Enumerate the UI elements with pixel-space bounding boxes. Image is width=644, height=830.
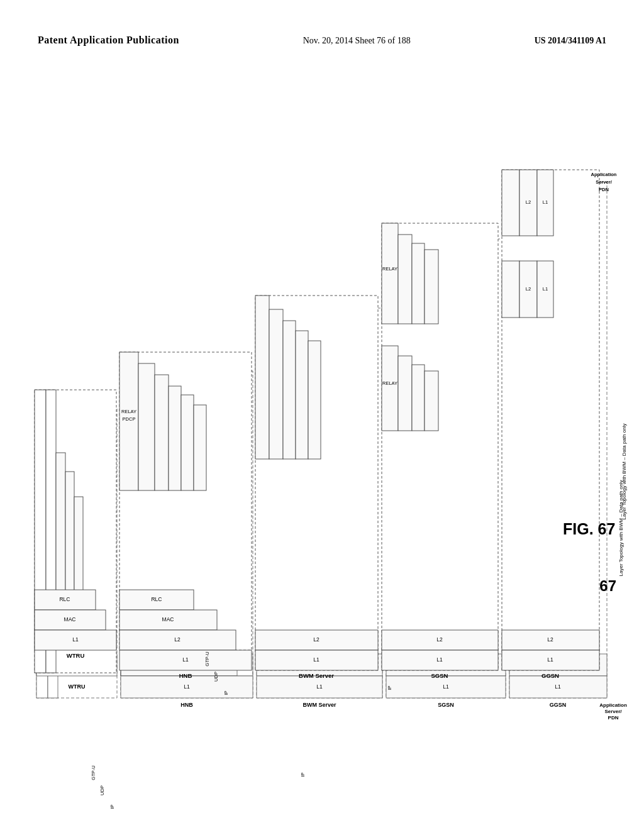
svg-rect-191 [502,261,519,318]
svg-text:L1: L1 [543,286,548,292]
svg-rect-113 [74,497,83,594]
svg-rect-171 [382,346,398,431]
svg-rect-153 [296,331,308,459]
svg-text:RLC: RLC [59,596,70,602]
svg-text:Layer Topology with BWM – Data: Layer Topology with BWM – Data path only [621,424,627,520]
svg-text:GGSN: GGSN [541,672,559,679]
main-diagram-container: .b{fill:#f9f9f9;stroke:#444;stroke-width… [25,82,638,824]
svg-rect-177 [425,371,438,431]
svg-text:GTP-U: GTP-U [204,651,210,666]
publication-number: US 2014/341109 A1 [535,36,606,46]
svg-text:L1: L1 [72,636,79,643]
svg-text:L2: L2 [526,286,531,292]
svg-text:HNB: HNB [179,672,192,679]
svg-text:Server/: Server/ [596,179,612,185]
svg-text:PDCP: PDCP [123,416,136,422]
svg-text:MAC: MAC [162,616,174,622]
svg-rect-111 [65,472,74,594]
svg-text:L2: L2 [547,636,553,643]
svg-text:GTP-U: GTP-U [91,765,96,780]
svg-rect-165 [398,235,412,324]
svg-text:BWM Server: BWM Server [299,672,334,679]
svg-rect-151 [283,321,296,459]
svg-text:L1: L1 [313,656,319,663]
svg-text:RELAY: RELAY [382,380,397,386]
svg-text:L2: L2 [526,199,531,205]
svg-text:IP: IP [300,772,306,777]
page: Patent Application Publication Nov. 20, … [0,0,644,830]
publication-date-sheet: Nov. 20, 2014 Sheet 76 of 188 [303,36,411,46]
fig67-svg: .b{fill:#f9f9f9;stroke:#444;stroke-width… [25,82,635,811]
svg-rect-167 [412,243,425,324]
svg-text:L1: L1 [543,199,548,205]
svg-text:IP: IP [387,685,392,690]
svg-text:SGSN: SGSN [431,672,448,679]
svg-text:FIG. 67: FIG. 67 [563,520,615,538]
svg-text:L2: L2 [313,636,319,643]
svg-text:L1: L1 [182,656,189,663]
svg-rect-126 [138,363,155,490]
svg-text:IP: IP [109,804,115,809]
header: Patent Application Publication Nov. 20, … [38,35,606,46]
svg-text:L2: L2 [174,636,180,643]
svg-text:WTRU: WTRU [67,652,85,659]
svg-rect-133 [181,395,194,490]
svg-text:RLC: RLC [151,596,162,602]
svg-rect-185 [502,170,519,236]
svg-text:PDN: PDN [599,187,609,192]
svg-text:Application: Application [591,172,617,177]
svg-text:L2: L2 [436,636,443,643]
svg-text:RELAY: RELAY [382,266,397,272]
svg-rect-135 [194,405,206,490]
svg-rect-155 [308,341,321,459]
publication-title: Patent Application Publication [38,35,179,46]
svg-text:UDP: UDP [213,672,219,682]
svg-rect-184 [502,170,599,670]
svg-rect-109 [56,453,65,594]
svg-rect-149 [269,309,283,459]
svg-rect-147 [255,296,269,459]
svg-text:RELAY: RELAY [121,409,136,414]
svg-text:L1: L1 [436,656,443,663]
svg-rect-175 [412,365,425,431]
svg-rect-173 [398,356,412,431]
svg-text:UDP: UDP [99,785,105,795]
svg-text:L1: L1 [547,656,553,663]
svg-rect-169 [425,250,438,324]
svg-text:IP: IP [223,690,229,695]
svg-rect-163 [382,223,398,324]
svg-text:MAC: MAC [64,616,76,622]
svg-rect-129 [155,375,169,490]
svg-rect-131 [169,386,181,490]
